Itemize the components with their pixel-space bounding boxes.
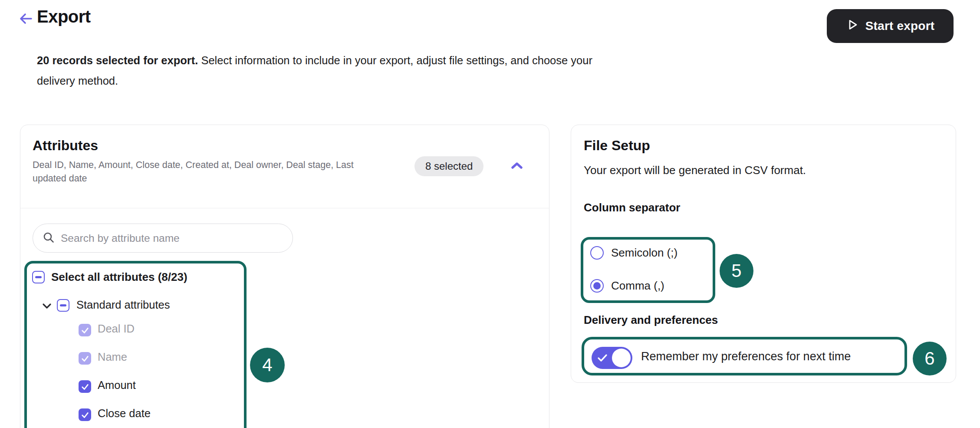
radio-icon-selected [590, 279, 604, 293]
intro-bold: 20 records selected for export. [37, 54, 198, 66]
chevron-up-icon [510, 161, 524, 172]
attributes-summary: Deal ID, Name, Amount, Close date, Creat… [33, 158, 380, 185]
annotation-badge-4: 4 [250, 348, 285, 382]
start-export-button[interactable]: Start export [827, 9, 954, 43]
annotation-badge-6: 6 [913, 342, 947, 375]
radio-icon [590, 246, 604, 260]
indeterminate-mark [35, 276, 42, 278]
radio-dot [593, 282, 601, 290]
item-label: Name [98, 351, 127, 363]
intro-text: 20 records selected for export. Select i… [37, 50, 632, 91]
check-icon [597, 352, 608, 364]
collapse-section-button[interactable] [507, 157, 527, 175]
checkbox-deal-id [79, 324, 91, 336]
chevron-down-icon[interactable] [40, 301, 53, 311]
column-separator-heading: Column separator [584, 201, 681, 214]
remember-preferences-toggle[interactable] [592, 347, 632, 369]
search-input[interactable] [61, 232, 269, 244]
delivery-heading: Delivery and preferences [584, 313, 718, 327]
radio-label: Comma (,) [611, 279, 664, 293]
item-label: Deal ID [98, 323, 135, 335]
checkbox-amount[interactable] [79, 380, 91, 393]
group-checkbox[interactable] [57, 299, 69, 312]
group-label: Standard attributes [76, 299, 170, 311]
item-label: Close date [98, 407, 151, 420]
selected-count-badge: 8 selected [414, 156, 483, 176]
radio-semicolon[interactable]: Semicolon (;) [590, 246, 677, 260]
toggle-knob [612, 349, 631, 367]
play-icon [846, 18, 859, 34]
attributes-card-title: Attributes [33, 138, 98, 154]
item-label: Amount [98, 379, 136, 392]
page-title: Export [37, 7, 91, 26]
file-setup-description: Your export will be generated in CSV for… [584, 164, 806, 177]
search-icon [43, 231, 55, 245]
checkbox-name [79, 352, 91, 365]
card-divider [20, 208, 549, 208]
indeterminate-mark [60, 304, 66, 306]
back-button[interactable] [16, 10, 36, 29]
file-setup-title: File Setup [584, 138, 650, 154]
attribute-search [33, 224, 293, 253]
annotation-badge-5: 5 [720, 254, 753, 288]
select-all-checkbox[interactable] [32, 271, 45, 283]
export-page: Export Start export 20 records selected … [0, 0, 980, 428]
arrow-left-icon [18, 12, 34, 27]
radio-label: Semicolon (;) [611, 246, 677, 260]
annotation-box-attributes [24, 261, 247, 428]
checkbox-close-date[interactable] [79, 408, 91, 421]
radio-comma[interactable]: Comma (,) [590, 279, 664, 293]
toggle-label: Remember my preferences for next time [641, 350, 851, 363]
select-all-label: Select all attributes (8/23) [51, 270, 187, 284]
start-export-label: Start export [865, 19, 935, 33]
